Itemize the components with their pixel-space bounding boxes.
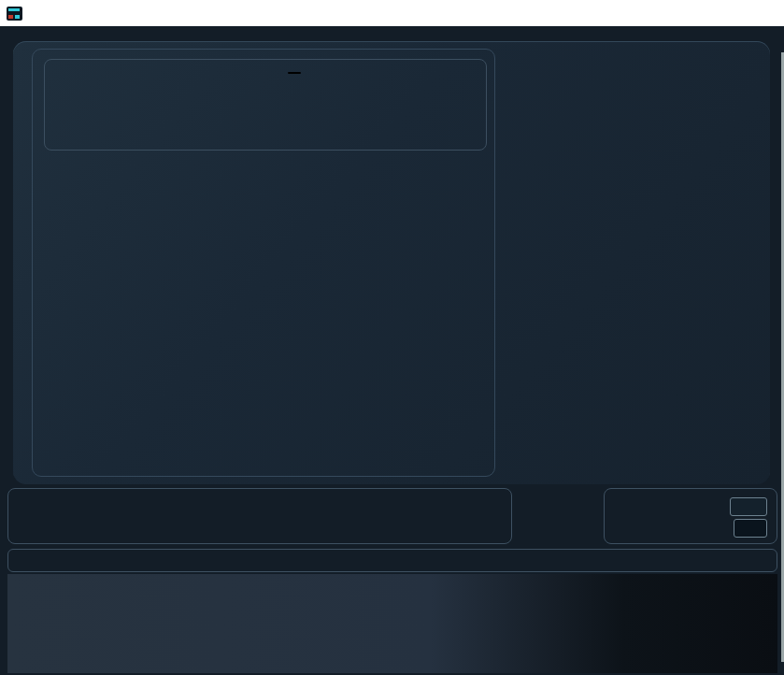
device-sr-buf-highlight — [288, 72, 301, 74]
device-list-box — [32, 49, 495, 477]
insert-channel-grid — [7, 574, 777, 673]
settings-panel — [13, 41, 770, 484]
voicemeeter-app-icon — [7, 7, 22, 21]
system-settings-window — [0, 0, 784, 675]
title-bar — [0, 0, 784, 26]
patch-insert-section — [7, 549, 777, 572]
device-driver-label — [52, 81, 486, 97]
monitoring-bus-button[interactable] — [734, 519, 767, 538]
options-column — [490, 52, 763, 105]
patch-composite-section — [7, 488, 512, 544]
out-a1-section — [44, 59, 487, 151]
monitor-on-sel-button[interactable] — [730, 497, 767, 516]
monitoring-delay-title — [490, 61, 663, 77]
device-row-out-a1 — [52, 64, 486, 81]
monitor-section — [604, 488, 777, 544]
